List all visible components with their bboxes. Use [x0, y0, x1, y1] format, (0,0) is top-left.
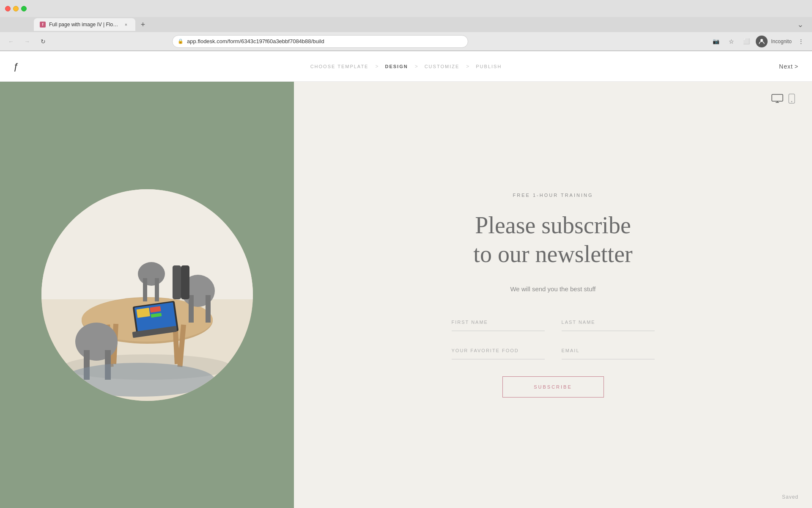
- topbar-right: Next >: [779, 63, 798, 70]
- svg-rect-18: [155, 278, 159, 301]
- form-eyebrow: FREE 1-HOUR TRAINING: [513, 193, 593, 198]
- nav-step-choose-template[interactable]: CHOOSE TEMPLATE: [310, 64, 369, 69]
- active-tab[interactable]: f Full page with image IV | Flode... ×: [34, 18, 135, 31]
- svg-rect-28: [772, 94, 783, 101]
- svg-rect-15: [206, 295, 211, 323]
- svg-rect-14: [189, 295, 194, 323]
- first-name-input[interactable]: [452, 320, 545, 325]
- desktop-view-button[interactable]: [771, 94, 783, 103]
- traffic-lights: [5, 6, 27, 11]
- address-bar-row: ← → ↻ 🔒 app.flodesk.com/form/6343c197f60…: [0, 32, 812, 51]
- app-nav: CHOOSE TEMPLATE > DESIGN > CUSTOMIZE > P…: [310, 64, 502, 69]
- svg-point-30: [791, 101, 793, 102]
- close-button[interactable]: [5, 6, 11, 11]
- left-panel: [0, 82, 294, 508]
- table-scene-svg: [41, 189, 253, 401]
- tab-bar: f Full page with image IV | Flode... × +…: [0, 17, 812, 32]
- saved-indicator: Saved: [782, 494, 798, 500]
- app-wrapper: ƒ CHOOSE TEMPLATE > DESIGN > CUSTOMIZE >…: [0, 51, 812, 508]
- svg-point-25: [63, 363, 215, 397]
- star-icon[interactable]: ☆: [725, 36, 737, 47]
- app-topbar: ƒ CHOOSE TEMPLATE > DESIGN > CUSTOMIZE >…: [0, 51, 812, 82]
- fav-food-input[interactable]: [452, 348, 545, 353]
- svg-point-16: [138, 262, 165, 286]
- tab-title: Full page with image IV | Flode...: [49, 22, 119, 28]
- camera-off-icon[interactable]: 📷: [710, 36, 722, 47]
- fav-food-field[interactable]: [452, 341, 545, 359]
- mobile-view-button[interactable]: [788, 94, 795, 104]
- main-content: FREE 1-HOUR TRAINING Please subscribe to…: [0, 82, 812, 508]
- browser-chrome: f Full page with image IV | Flode... × +…: [0, 0, 812, 51]
- forward-button[interactable]: →: [21, 36, 33, 47]
- tab-close-button[interactable]: ×: [123, 21, 129, 28]
- form-subtitle: We will send you the best stuff: [510, 285, 595, 293]
- svg-rect-17: [143, 278, 147, 301]
- svg-point-10: [75, 323, 118, 361]
- nav-arrow-3: >: [466, 64, 469, 69]
- hero-image: [41, 189, 253, 401]
- form-row-1: [452, 313, 655, 341]
- extensions-icon[interactable]: ⬜: [741, 36, 752, 47]
- view-toggle: [771, 94, 795, 104]
- first-name-field[interactable]: [452, 313, 545, 331]
- back-button[interactable]: ←: [5, 36, 17, 47]
- form-fields: [452, 313, 655, 370]
- svg-point-0: [760, 39, 763, 41]
- lock-icon: 🔒: [178, 39, 184, 44]
- browser-actions: 📷 ☆ ⬜ Incognito ⋮: [710, 36, 807, 47]
- svg-rect-21: [136, 308, 150, 318]
- url-text: app.flodesk.com/form/6343c197f60a3ebbf70…: [187, 38, 463, 44]
- svg-rect-27: [181, 265, 189, 299]
- svg-rect-26: [173, 265, 181, 299]
- menu-button[interactable]: ⋮: [795, 36, 807, 47]
- profile-button[interactable]: [756, 36, 768, 47]
- desktop-icon: [771, 94, 783, 103]
- last-name-field[interactable]: [562, 313, 655, 331]
- form-row-2: [452, 341, 655, 370]
- tab-dropdown-button[interactable]: ⌄: [794, 20, 807, 29]
- last-name-input[interactable]: [562, 320, 655, 325]
- reload-button[interactable]: ↻: [37, 36, 49, 47]
- maximize-button[interactable]: [21, 6, 27, 11]
- next-button[interactable]: Next >: [779, 63, 798, 70]
- form-title: Please subscribe to our newsletter: [473, 211, 632, 268]
- nav-step-customize[interactable]: CUSTOMIZE: [425, 64, 460, 69]
- nav-arrow-1: >: [375, 64, 378, 69]
- minimize-button[interactable]: [13, 6, 19, 11]
- new-tab-button[interactable]: +: [137, 19, 149, 30]
- email-field[interactable]: [562, 341, 655, 359]
- nav-arrow-2: >: [415, 64, 418, 69]
- nav-step-design[interactable]: DESIGN: [385, 64, 408, 69]
- browser-titlebar: [0, 0, 812, 17]
- email-input[interactable]: [562, 348, 655, 353]
- app-logo[interactable]: ƒ: [14, 61, 19, 72]
- right-panel: FREE 1-HOUR TRAINING Please subscribe to…: [294, 82, 812, 508]
- incognito-label: Incognito: [771, 39, 792, 44]
- subscribe-button[interactable]: SUBSCRIBE: [502, 376, 604, 398]
- mobile-icon: [788, 94, 795, 104]
- tab-favicon: f: [40, 22, 46, 28]
- address-bar[interactable]: 🔒 app.flodesk.com/form/6343c197f60a3ebbf…: [172, 35, 468, 48]
- nav-step-publish[interactable]: PUBLISH: [476, 64, 502, 69]
